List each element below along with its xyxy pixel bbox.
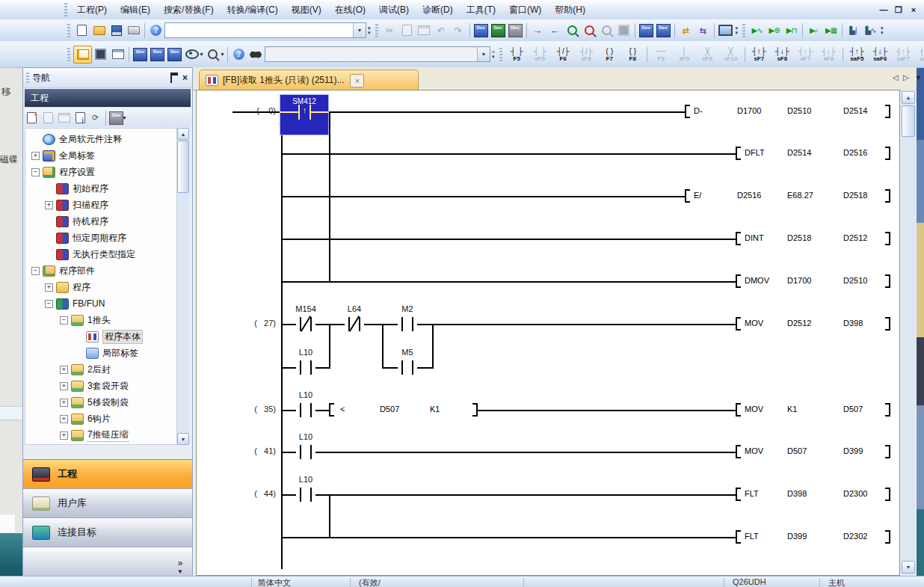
instruction-mnemonic[interactable]: DMOV [745, 276, 769, 285]
expander-icon[interactable]: − [31, 168, 40, 176]
tree-item-fb-7[interactable]: +7推链压缩 [25, 427, 176, 443]
expander-icon[interactable]: + [31, 152, 40, 160]
tree-item-program-folder[interactable]: +程序 [25, 279, 176, 295]
ladder-rising-pulse-branch-button[interactable]: ┤↑├aF7 [794, 44, 817, 65]
tab-scroll-right-icon[interactable]: ▷ [903, 73, 909, 82]
ladder-hline-button[interactable]: ──F9 [650, 44, 673, 65]
find-combo[interactable]: ▼ [265, 46, 490, 62]
instruction-mnemonic[interactable]: D- [694, 106, 703, 115]
device-display-icon[interactable] [183, 46, 200, 63]
monitor-start-icon[interactable] [564, 22, 581, 39]
tree-item-fb-3[interactable]: +3套袋开袋 [25, 378, 176, 394]
tab-list-icon[interactable]: ▼ [915, 74, 922, 82]
instruction-mnemonic[interactable]: MOV [745, 319, 763, 328]
instruction-operand[interactable]: D399 [787, 532, 807, 541]
menu-edit[interactable]: 编辑(E) [114, 1, 157, 19]
combo-dropdown-icon[interactable]: ▼ [477, 47, 490, 61]
copy-icon[interactable] [398, 22, 416, 39]
instruction-operand[interactable]: D2516 [737, 191, 761, 200]
ladder-rising-pulse-button[interactable]: ┤↑├sF7 [748, 44, 771, 65]
ladder-application-button[interactable]: { }F8 [621, 44, 644, 65]
tree-item-program-body[interactable]: 程序本体 [25, 328, 176, 345]
instruction-operand[interactable]: D2512 [787, 319, 811, 328]
toolbar-overflow-icon[interactable]: ▾▾ [736, 26, 739, 35]
sort-order-icon[interactable]: ▼ [108, 110, 128, 126]
entry-monitor-icon[interactable]: ▶⊓ [783, 22, 800, 39]
instruction-mnemonic[interactable]: E/ [694, 191, 701, 200]
expander-icon[interactable]: + [60, 382, 68, 390]
ladder-vline-button[interactable]: │sF9 [673, 44, 696, 65]
pin-icon[interactable] [170, 73, 178, 83]
expander-icon[interactable]: + [60, 431, 68, 440]
compare-operand[interactable]: K1 [430, 405, 440, 414]
tree-item-program-setting[interactable]: −程序设置 [25, 164, 176, 180]
device-test-icon[interactable] [655, 22, 672, 39]
instruction-operand[interactable]: D2300 [843, 489, 867, 498]
tree-scrollbar[interactable]: ▲ ▼ [177, 128, 189, 445]
device-monitor-icon[interactable] [490, 22, 507, 39]
tab-close-icon[interactable]: × [350, 74, 364, 87]
scroll-up-icon[interactable]: ▲ [177, 128, 189, 140]
instruction-operand[interactable]: D2518 [787, 233, 811, 242]
instruction-operand[interactable]: D2510 [843, 276, 867, 285]
ladder-pulse-close-button[interactable]: ┤↓├saF6 [869, 44, 892, 65]
new-project-icon[interactable] [73, 22, 90, 39]
ladder-open-contact-button[interactable]: ┤ ├F5 [505, 44, 529, 65]
tree-item-scan-program[interactable]: +扫描程序 [25, 197, 176, 213]
instruction-mnemonic[interactable]: MOV [745, 405, 763, 414]
instruction-operand[interactable]: D2518 [843, 191, 867, 200]
tree-item-fb-6[interactable]: +6钩片 [25, 411, 176, 427]
instruction-operand[interactable]: D2516 [843, 148, 867, 157]
paste-icon[interactable] [416, 22, 433, 39]
scroll-up-icon[interactable]: ▲ [902, 91, 915, 104]
window-close-button[interactable]: × [906, 4, 921, 16]
instruction-mnemonic[interactable]: FLT [745, 489, 759, 498]
toolbar-grip[interactable] [67, 48, 70, 61]
no-contact[interactable] [398, 360, 417, 375]
menu-window[interactable]: 窗口(W) [502, 1, 548, 19]
ladder-close-contact-button[interactable]: ┤/├F6 [552, 44, 575, 65]
remote-icon[interactable] [615, 22, 632, 39]
help-icon[interactable] [147, 22, 164, 39]
selected-cell-pulse-contact[interactable]: SM412 ↑ [280, 94, 329, 135]
instruction-operand[interactable]: D507 [787, 446, 807, 455]
print-icon[interactable] [125, 22, 142, 39]
compare-operand[interactable]: D507 [380, 405, 399, 414]
ladder-vline-delete-button[interactable]: ╳cF10 [719, 44, 742, 65]
ladder-open-branch-button[interactable]: ┤ ├sF5 [529, 44, 552, 65]
find-device-dropdown-icon[interactable]: ▼ [220, 52, 225, 57]
menu-project[interactable]: 工程(P) [70, 1, 114, 19]
watch-stop-icon[interactable]: ▶▦ [822, 22, 840, 39]
instruction-operand[interactable]: D2512 [843, 233, 867, 242]
active-document-tab[interactable]: [FB]读取 1推头 (只读) (2511)... × [199, 70, 419, 90]
combo-dropdown-icon[interactable]: ▼ [353, 23, 366, 37]
property-icon[interactable]: i [72, 110, 87, 126]
new-data-icon[interactable]: + [25, 110, 40, 126]
monitor-stop-icon[interactable] [581, 22, 598, 39]
ladder-pulse-open-branch-button[interactable]: ┤↑├saF7 [892, 44, 915, 65]
menu-online[interactable]: 在线(O) [328, 1, 372, 19]
comment-write-icon[interactable]: ⇄ [677, 22, 694, 39]
nc-contact[interactable] [345, 317, 364, 331]
instruction-operand[interactable]: D2514 [843, 106, 867, 115]
instruction-operand[interactable]: D1700 [737, 106, 761, 115]
tree-item-global-label[interactable]: +全局标签 [25, 147, 176, 164]
tree-item-fb-1[interactable]: −1推头 [25, 312, 176, 328]
help-icon[interactable] [230, 46, 247, 63]
no-contact[interactable] [296, 488, 315, 502]
instruction-operand[interactable]: D2514 [787, 148, 811, 157]
menu-help[interactable]: 帮助(H) [548, 1, 592, 19]
no-contact[interactable] [296, 403, 315, 417]
verify-icon[interactable] [598, 22, 615, 39]
read-from-plc-icon[interactable]: ← [546, 22, 564, 39]
save-project-icon[interactable] [108, 22, 125, 39]
trace-icon[interactable]: ▙∣ [845, 22, 862, 39]
hardware-icon[interactable] [507, 22, 524, 39]
tab-scroll-left-icon[interactable]: ◁ [893, 73, 899, 82]
comment-read-icon[interactable]: ⇆ [694, 22, 712, 39]
open-project-icon[interactable] [90, 22, 108, 39]
instruction-operand[interactable]: D2302 [843, 532, 867, 541]
expander-icon[interactable]: − [45, 300, 53, 308]
instruction-mnemonic[interactable]: MOV [745, 446, 763, 455]
instruction-operand[interactable]: D507 [843, 405, 863, 414]
